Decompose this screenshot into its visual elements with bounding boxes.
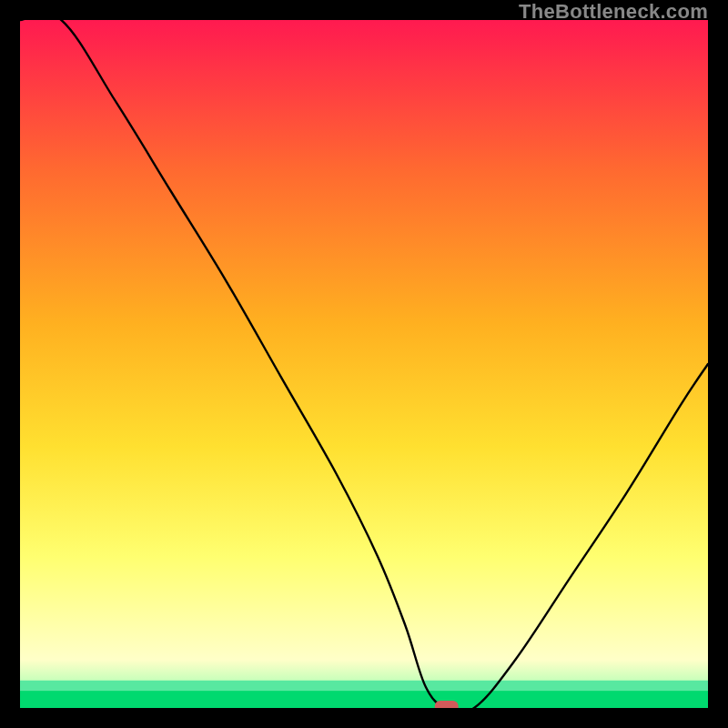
gradient-background [20, 20, 708, 708]
optimum-marker [435, 701, 459, 708]
green-band [20, 691, 708, 708]
green-thin-band [20, 681, 708, 691]
chart-svg [20, 20, 708, 708]
bottleneck-chart [20, 20, 708, 708]
